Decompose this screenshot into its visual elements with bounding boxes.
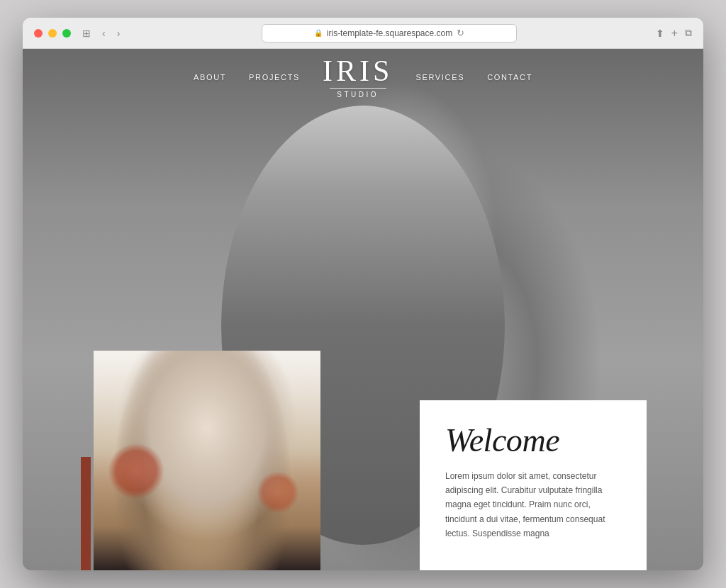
address-bar: 🔒 iris-template-fe.squarespace.com ↻ bbox=[134, 24, 644, 43]
maximize-button[interactable] bbox=[62, 29, 71, 38]
site-logo[interactable]: IRIS STUDIO bbox=[323, 56, 393, 98]
nav-inner: ABOUT PROJECTS IRIS STUDIO SERVICES CONT… bbox=[79, 56, 647, 98]
welcome-box: Welcome Lorem ipsum dolor sit amet, cons… bbox=[420, 400, 647, 570]
site-nav: ABOUT PROJECTS IRIS STUDIO SERVICES CONT… bbox=[23, 49, 703, 106]
logo-divider bbox=[330, 88, 386, 89]
nav-controls: ⊞ ‹ › bbox=[79, 26, 123, 40]
overlay-fashion-image bbox=[94, 351, 320, 570]
red-accent-bar bbox=[81, 457, 91, 570]
fashion-photo bbox=[94, 351, 320, 570]
logo-name: IRIS bbox=[323, 56, 393, 86]
mac-browser-window: ⊞ ‹ › 🔒 iris-template-fe.squarespace.com… bbox=[23, 18, 703, 570]
logo-subtitle: STUDIO bbox=[337, 91, 379, 98]
url-text: iris-template-fe.squarespace.com bbox=[327, 28, 452, 38]
lock-icon: 🔒 bbox=[314, 29, 323, 37]
refresh-icon[interactable]: ↻ bbox=[457, 28, 464, 38]
share-icon[interactable]: ⬆ bbox=[656, 28, 664, 39]
hero-overlay: Welcome Lorem ipsum dolor sit amet, cons… bbox=[23, 344, 703, 570]
nav-right: SERVICES CONTACT bbox=[416, 73, 533, 81]
welcome-body: Lorem ipsum dolor sit amet, consectetur … bbox=[445, 469, 621, 541]
title-bar: ⊞ ‹ › 🔒 iris-template-fe.squarespace.com… bbox=[23, 18, 703, 49]
hero-section: ABOUT PROJECTS IRIS STUDIO SERVICES CONT… bbox=[23, 49, 703, 570]
close-button[interactable] bbox=[34, 29, 43, 38]
nav-contact[interactable]: CONTACT bbox=[487, 73, 532, 81]
new-tab-icon[interactable]: + bbox=[671, 27, 678, 40]
url-input[interactable]: 🔒 iris-template-fe.squarespace.com ↻ bbox=[262, 24, 517, 43]
window-mode-button[interactable]: ⊞ bbox=[79, 26, 94, 40]
toolbar-actions: ⬆ + ⧉ bbox=[656, 27, 692, 40]
nav-services[interactable]: SERVICES bbox=[416, 73, 465, 81]
welcome-title: Welcome bbox=[445, 423, 621, 459]
nav-left: ABOUT PROJECTS bbox=[194, 73, 300, 81]
windows-icon[interactable]: ⧉ bbox=[685, 27, 692, 39]
back-button[interactable]: ‹ bbox=[99, 26, 108, 40]
nav-about[interactable]: ABOUT bbox=[194, 73, 226, 81]
traffic-lights bbox=[34, 29, 71, 38]
nav-projects[interactable]: PROJECTS bbox=[249, 73, 300, 81]
minimize-button[interactable] bbox=[48, 29, 57, 38]
website-content: ABOUT PROJECTS IRIS STUDIO SERVICES CONT… bbox=[23, 49, 703, 570]
forward-button[interactable]: › bbox=[114, 26, 123, 40]
